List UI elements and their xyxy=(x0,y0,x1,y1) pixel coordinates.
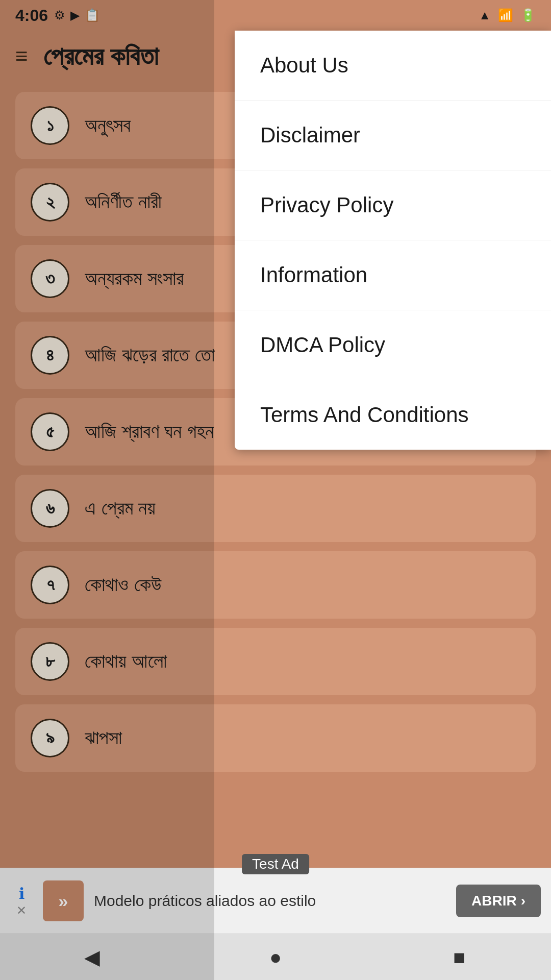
menu-item-dmca-policy[interactable]: DMCA Policy xyxy=(235,310,551,380)
dropdown-menu: About UsDisclaimerPrivacy PolicyInformat… xyxy=(235,31,551,450)
ad-test-label: Test Ad xyxy=(242,854,309,874)
battery-icon: 🔋 xyxy=(520,8,536,22)
recents-button[interactable]: ■ xyxy=(444,942,474,972)
menu-item-disclaimer[interactable]: Disclaimer xyxy=(235,101,551,170)
dim-overlay[interactable] xyxy=(0,0,214,980)
status-right: ▲ 📶 🔋 xyxy=(479,8,536,22)
signal-icon: 📶 xyxy=(498,8,513,22)
menu-item-terms-and-conditions[interactable]: Terms And Conditions xyxy=(235,380,551,450)
ad-button-arrow: › xyxy=(521,893,525,909)
menu-item-information[interactable]: Information xyxy=(235,240,551,310)
home-button[interactable]: ● xyxy=(260,942,291,972)
ad-button-label: ABRIR xyxy=(471,893,517,909)
menu-item-privacy-policy[interactable]: Privacy Policy xyxy=(235,170,551,240)
wifi-icon: ▲ xyxy=(479,8,491,22)
menu-item-about-us[interactable]: About Us xyxy=(235,31,551,101)
ad-open-button[interactable]: ABRIR › xyxy=(456,885,541,917)
